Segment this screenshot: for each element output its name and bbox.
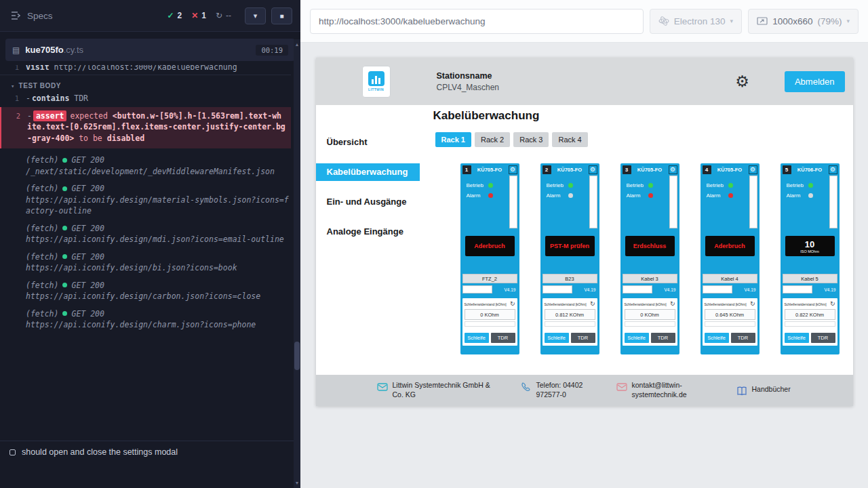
tdr-button[interactable]: TDR (731, 333, 755, 343)
status-dot-icon (62, 283, 67, 287)
resistance-value: 0 KOhm (465, 309, 515, 320)
chevron-down-icon: ▾ (730, 18, 734, 24)
value-box (542, 285, 573, 293)
restart-stat: ↻ -- (216, 11, 231, 20)
fetch-log-row[interactable]: (fetch)GET 200 https://api.iconify.desig… (0, 223, 291, 245)
fetch-log-row[interactable]: (fetch)GET 200 https://api.iconify.desig… (0, 308, 291, 331)
contains-command-row[interactable]: 1 -contains TDR (0, 93, 291, 104)
card-gear-icon[interactable]: ⚙ (829, 165, 837, 174)
visit-command-row[interactable]: 1 visit http://localhost:3000/kabelueber… (0, 65, 291, 75)
firmware-version: V4.19 (652, 287, 677, 292)
level-strip (669, 176, 677, 228)
betrieb-led (568, 183, 573, 188)
cable-name: FTZ_2 (462, 274, 517, 283)
card-gear-icon[interactable]: ⚙ (589, 165, 597, 174)
browser-select[interactable]: Electron 130 ▾ (650, 9, 742, 34)
spec-extension: .cy.ts (64, 45, 83, 55)
footer-email: kontakt@littwin-systemtechnik.de (616, 381, 736, 399)
cross-icon: ✕ (191, 11, 198, 20)
scroll-down-icon[interactable]: ▼ (294, 481, 300, 485)
restart-count: -- (226, 11, 231, 20)
sidebar-item-kabelueberwachung[interactable]: Kabelüberwachung (316, 163, 420, 181)
page-title: Kabelüberwachung (433, 109, 853, 123)
assert-mid: to be (74, 134, 106, 143)
schleife-button[interactable]: Schleife (705, 333, 729, 343)
dash: - (26, 94, 31, 103)
fetch-url: https://api.iconify.design/bi.json?icons… (26, 262, 291, 274)
footer-phone: Telefon: 04402 972577-0 (521, 381, 616, 399)
refresh-icon[interactable]: ↻ (590, 301, 595, 307)
station-label: Stationsname (437, 71, 500, 81)
refresh-icon[interactable]: ↻ (510, 301, 515, 307)
refresh-icon[interactable]: ↻ (830, 301, 835, 307)
failed-count: 1 (201, 11, 206, 20)
collapse-button[interactable]: ▾ (245, 7, 266, 24)
footer-manuals[interactable]: Handbücher (736, 385, 791, 396)
viewport-select[interactable]: 1000x660 (79%) ▾ (748, 9, 859, 34)
schleife-button[interactable]: Schleife (465, 333, 489, 343)
specs-label[interactable]: Specs (27, 11, 53, 21)
card-gear-icon[interactable]: ⚙ (669, 165, 677, 174)
scrollbar-thumb[interactable] (294, 342, 300, 370)
viewport-icon (757, 16, 768, 26)
fetch-label: (fetch) (26, 183, 58, 195)
tab-rack-1[interactable]: Rack 1 (435, 132, 471, 147)
scroll-up-icon[interactable]: ▲ (294, 42, 300, 47)
schleife-button[interactable]: Schleife (625, 333, 649, 343)
reporter-scrollbar[interactable]: ▲ ▼ (294, 39, 300, 488)
card-number: 4 (703, 165, 711, 174)
viewport-zoom: (79%) (817, 16, 842, 26)
status-display: Aderbruch (465, 236, 515, 256)
fetch-url: /_next/static/development/_devMiddleware… (26, 166, 291, 178)
empty-field (465, 321, 515, 327)
next-test-row[interactable]: should open and close the settings modal (0, 441, 294, 463)
tab-rack-4[interactable]: Rack 4 (552, 132, 587, 147)
spec-header[interactable]: ▤ kue705fo .cy.ts 00:19 (5, 39, 295, 61)
tab-rack-2[interactable]: Rack 2 (475, 132, 510, 147)
refresh-icon[interactable]: ↻ (670, 301, 675, 307)
browser-icon (658, 16, 669, 26)
card-gear-icon[interactable]: ⚙ (749, 165, 757, 174)
tdr-button[interactable]: TDR (651, 333, 675, 343)
resistance-label: Schleifenwiderstand [kOhm] (785, 302, 827, 306)
fetch-log-row[interactable]: (fetch)GET 200 /_next/static/development… (0, 155, 291, 177)
dash: - (27, 111, 32, 121)
firmware-version: V4.19 (732, 287, 757, 292)
fetch-status: GET 200 (71, 308, 104, 320)
tdr-button[interactable]: TDR (811, 333, 835, 343)
email-icon (377, 382, 388, 392)
sidebar-item-analoge-eingaenge[interactable]: Analoge Eingänge (316, 223, 420, 241)
device-title: KÜ705-FO (551, 167, 589, 173)
card-gear-icon[interactable]: ⚙ (509, 165, 517, 174)
status-text: PST-M prüfen (550, 243, 589, 249)
fetch-label: (fetch) (26, 223, 58, 235)
fetch-log-row[interactable]: (fetch)GET 200 https://api.iconify.desig… (0, 251, 291, 274)
device-cards: 1 KÜ705-FO ⚙ Betrieb Alarm Aderbruch (460, 163, 853, 354)
failed-assert-row[interactable]: 2 -assertexpected <button.w-[50%].h-[1.5… (0, 107, 291, 149)
refresh-icon[interactable]: ↻ (750, 301, 755, 307)
book-icon (736, 386, 747, 396)
status-subtext: ISO MOhm (800, 249, 819, 253)
stop-button[interactable]: ■ (271, 7, 292, 24)
schleife-button[interactable]: Schleife (545, 333, 569, 343)
mail-icon (616, 382, 627, 392)
sidebar-item-ein-und-ausgaenge[interactable]: Ein- und Ausgänge (316, 193, 420, 211)
alarm-led (808, 193, 813, 198)
schleife-button[interactable]: Schleife (785, 333, 809, 343)
specs-icon[interactable] (11, 11, 22, 20)
logout-button[interactable]: Abmelden (785, 71, 845, 92)
tdr-button[interactable]: TDR (571, 333, 595, 343)
tab-rack-3[interactable]: Rack 3 (513, 132, 549, 147)
card-number: 3 (623, 165, 631, 174)
test-body-section[interactable]: ▾ TEST BODY (0, 78, 291, 93)
fetch-log-row[interactable]: (fetch)GET 200 https://api.iconify.desig… (0, 280, 291, 302)
betrieb-label: Betrieb (547, 182, 568, 188)
url-input[interactable] (310, 9, 644, 34)
betrieb-led (648, 183, 653, 188)
resistance-label: Schleifenwiderstand [kOhm] (625, 302, 667, 306)
sidebar-item-uebersicht[interactable]: Übersicht (316, 134, 420, 151)
settings-gear-icon[interactable]: ⚙ (735, 74, 749, 89)
tdr-button[interactable]: TDR (491, 333, 515, 343)
station-value: CPLV4_Maschen (437, 83, 500, 92)
fetch-log-row[interactable]: (fetch)GET 200 https://api.iconify.desig… (0, 183, 291, 217)
